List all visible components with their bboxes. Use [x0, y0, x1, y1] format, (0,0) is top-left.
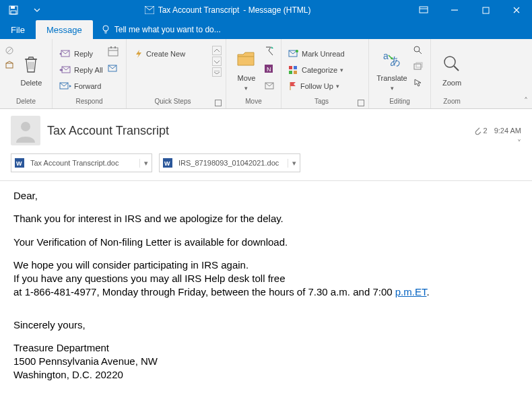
- window-title-type: - Message (HTML): [243, 5, 310, 15]
- tab-file[interactable]: File: [0, 20, 36, 39]
- zoom-button[interactable]: Zoom: [435, 42, 469, 96]
- reply-button[interactable]: Reply: [57, 46, 106, 62]
- svg-text:a: a: [383, 50, 389, 61]
- svg-rect-4: [420, 7, 428, 13]
- svg-rect-12: [108, 48, 118, 56]
- related-icon[interactable]: [413, 62, 423, 71]
- group-label-quicksteps: Quick Steps: [131, 96, 215, 107]
- svg-rect-29: [416, 63, 422, 67]
- move-button[interactable]: Move ▾: [230, 42, 263, 96]
- group-label-move: Move: [230, 96, 277, 107]
- translate-label: Translate: [376, 74, 407, 82]
- body-p3c: at 1-866-481-4977, Monday through Friday…: [13, 285, 519, 299]
- delete-icon: [22, 54, 40, 74]
- reply-all-label: Reply All: [74, 66, 103, 74]
- svg-text:あ: あ: [390, 55, 401, 67]
- forward-icon: [59, 81, 71, 91]
- quicksteps-dialog-launcher[interactable]: [215, 100, 222, 106]
- attachment-name: IRS_87198093_01042021.doc: [176, 159, 288, 167]
- flag-icon: [288, 81, 298, 91]
- rules-icon[interactable]: [264, 46, 275, 57]
- mark-unread-icon: [288, 49, 299, 59]
- body-p2: Your Verification of Non-filing Letter i…: [13, 236, 519, 249]
- quicksteps-down-button[interactable]: [212, 57, 222, 66]
- svg-rect-14: [114, 46, 116, 48]
- message-subject: Tax Account Transcript: [47, 124, 169, 138]
- qat-customize-button[interactable]: [27, 0, 47, 20]
- body-p3b: If you have any questions you may all IR…: [13, 272, 519, 285]
- quickstep-create-new[interactable]: Create New: [131, 46, 206, 62]
- svg-point-30: [444, 57, 455, 67]
- svg-rect-28: [414, 64, 421, 69]
- svg-point-20: [296, 50, 298, 53]
- tell-me-search[interactable]: Tell me what you want to do...: [93, 20, 229, 39]
- collapse-ribbon-button[interactable]: ˄: [524, 96, 528, 106]
- minimize-icon: [451, 6, 459, 14]
- window-title-doc: Tax Account Transcript: [158, 5, 240, 15]
- delete-label: Delete: [20, 79, 42, 87]
- expand-header-button[interactable]: ˅: [517, 139, 521, 148]
- follow-up-label: Follow Up: [300, 82, 333, 90]
- sender-avatar: [11, 116, 40, 145]
- more-respond-icon[interactable]: [108, 63, 119, 74]
- move-caret-icon: ▾: [244, 85, 248, 92]
- zoom-label: Zoom: [442, 79, 461, 87]
- zoom-icon: [442, 55, 461, 73]
- attachment-item[interactable]: W Tax Account Transcript.doc ▾: [11, 153, 152, 172]
- svg-point-27: [414, 46, 420, 52]
- svg-rect-13: [110, 46, 112, 48]
- onenote-icon[interactable]: N: [264, 63, 275, 74]
- attachment-item[interactable]: W IRS_87198093_01042021.doc ▾: [159, 153, 300, 172]
- ribbon-display-options-button[interactable]: [408, 0, 439, 20]
- quicksteps-more-button[interactable]: [212, 67, 222, 77]
- attachment-dropdown[interactable]: ▾: [139, 159, 152, 168]
- meeting-icon[interactable]: [108, 46, 119, 57]
- body-link-pmet[interactable]: p.m.ET: [395, 286, 427, 298]
- junk-icon[interactable]: [5, 61, 14, 70]
- attachment-name: Tax Account Transcript.doc: [28, 159, 139, 167]
- reply-all-button[interactable]: Reply All: [57, 62, 106, 78]
- reply-label: Reply: [74, 50, 93, 58]
- qat-save-button[interactable]: [0, 0, 27, 20]
- window-title: Tax Account Transcript - Message (HTML): [47, 5, 408, 15]
- mark-unread-label: Mark Unread: [302, 50, 345, 58]
- tab-message[interactable]: Message: [36, 20, 93, 39]
- svg-rect-24: [294, 71, 297, 74]
- categorize-button[interactable]: Categorize ▾: [286, 62, 364, 78]
- find-icon[interactable]: [413, 46, 423, 55]
- body-p1: Thank you for interest in IRS and we apo…: [13, 212, 519, 225]
- group-label-tags: Tags: [286, 96, 358, 107]
- followup-caret-icon: ▾: [336, 83, 339, 90]
- svg-text:W: W: [164, 160, 170, 167]
- attachment-dropdown[interactable]: ▾: [288, 159, 300, 168]
- attachment-count: 2: [484, 127, 488, 135]
- svg-point-31: [21, 122, 30, 131]
- minimize-button[interactable]: [439, 0, 470, 20]
- paperclip-icon: [473, 126, 481, 135]
- body-p3a: We hope you will consider participating …: [13, 258, 519, 272]
- select-icon[interactable]: [413, 78, 423, 88]
- svg-rect-23: [289, 71, 292, 74]
- translate-button[interactable]: aあ Translate ▾: [373, 42, 411, 96]
- group-label-respond: Respond: [57, 96, 122, 107]
- close-button[interactable]: [501, 0, 532, 20]
- follow-up-button[interactable]: Follow Up ▾: [286, 78, 364, 94]
- actions-icon[interactable]: [264, 81, 275, 92]
- body-sig3: Washington, D.C. 20220: [13, 368, 519, 382]
- delete-button[interactable]: Delete: [15, 42, 48, 96]
- group-label-editing: Editing: [373, 96, 426, 107]
- maximize-button[interactable]: [470, 0, 501, 20]
- categorize-icon: [288, 65, 299, 75]
- mark-unread-button[interactable]: Mark Unread: [286, 46, 364, 62]
- tell-me-label: Tell me what you want to do...: [114, 25, 221, 34]
- svg-rect-22: [294, 66, 297, 69]
- body-sig2: 1500 Pennsylvania Avenue, NW: [13, 355, 519, 368]
- forward-button[interactable]: Forward: [57, 78, 106, 94]
- body-greeting: Dear,: [13, 189, 519, 203]
- folder-move-icon: [236, 50, 257, 68]
- quicksteps-up-button[interactable]: [212, 46, 222, 55]
- move-label: Move: [238, 74, 256, 82]
- lightbulb-icon: [101, 25, 110, 34]
- tags-dialog-launcher[interactable]: [358, 100, 364, 106]
- ignore-icon[interactable]: [5, 46, 14, 55]
